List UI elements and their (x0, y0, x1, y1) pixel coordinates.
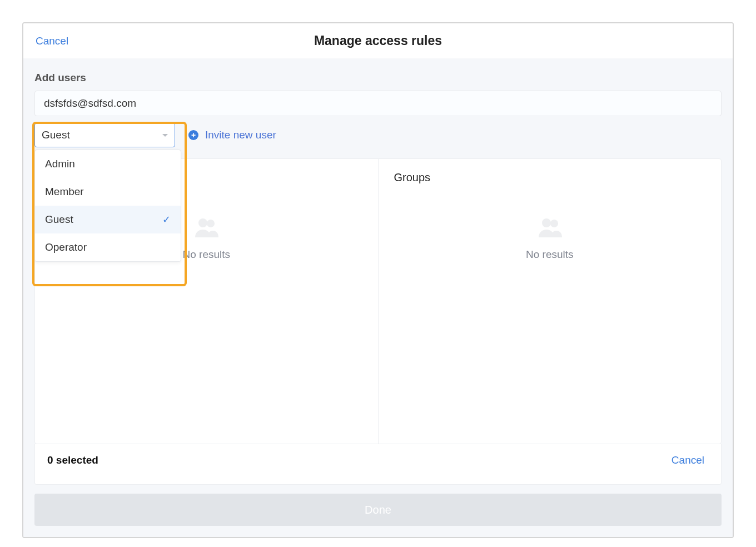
role-option-label: Operator (45, 241, 87, 253)
role-option-admin[interactable]: Admin (35, 150, 181, 178)
svg-point-3 (550, 220, 558, 227)
role-row: Guest Admin Member Guest ✓ Operat (34, 123, 722, 147)
dialog-title: Manage access rules (314, 33, 442, 48)
dialog-container: Cancel Manage access rules Add users Gue… (22, 22, 734, 538)
svg-point-2 (542, 218, 551, 227)
selection-footer: 0 selected Cancel (34, 444, 722, 485)
plus-circle-icon: + (188, 130, 198, 140)
role-option-guest[interactable]: Guest ✓ (35, 206, 181, 233)
groups-panel: Groups No results (379, 159, 722, 444)
svg-point-1 (207, 220, 215, 227)
role-option-member[interactable]: Member (35, 178, 181, 206)
groups-empty-state: No results (394, 217, 706, 261)
dialog-header: Cancel Manage access rules (23, 23, 733, 58)
role-option-operator[interactable]: Operator (35, 233, 181, 261)
groups-empty-text: No results (526, 248, 574, 261)
email-field[interactable] (34, 91, 722, 116)
groups-panel-title: Groups (394, 171, 706, 184)
role-select[interactable]: Guest (34, 123, 175, 147)
selection-cancel-link[interactable]: Cancel (672, 454, 704, 466)
users-empty-text: No results (182, 248, 230, 261)
svg-point-0 (198, 218, 207, 227)
done-button[interactable]: Done (34, 494, 722, 526)
invite-new-user-link[interactable]: + Invite new user (188, 129, 276, 141)
role-option-label: Member (45, 186, 84, 198)
dialog-body: Add users Guest Admin Member Guest (23, 58, 733, 537)
check-icon: ✓ (162, 213, 171, 226)
role-select-value: Guest (42, 129, 70, 141)
selected-count: 0 selected (47, 454, 98, 466)
chevron-down-icon (162, 134, 168, 137)
user-group-icon (536, 217, 563, 238)
user-group-icon (193, 217, 220, 238)
role-dropdown: Admin Member Guest ✓ Operator (34, 150, 181, 262)
add-users-label: Add users (34, 72, 722, 84)
role-option-label: Admin (45, 158, 75, 170)
cancel-link[interactable]: Cancel (36, 35, 68, 47)
role-option-label: Guest (45, 213, 73, 226)
invite-link-label: Invite new user (205, 129, 276, 141)
